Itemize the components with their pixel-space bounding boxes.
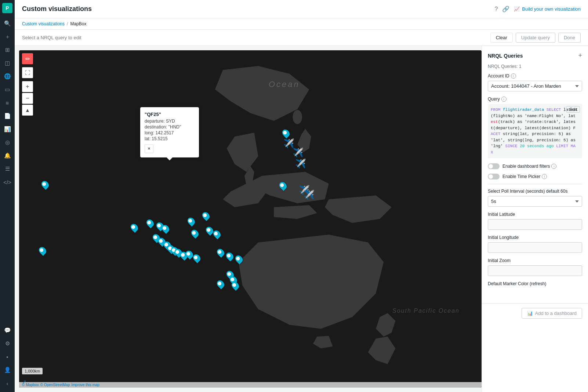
map-svg (19, 50, 482, 388)
map-expand-icon[interactable]: ↗ (22, 379, 26, 385)
query-actions: Clear Update query Done (490, 33, 581, 43)
content-area: Ocean South Pacific Ocean (15, 46, 588, 392)
plane-icon[interactable]: ✈️ (283, 138, 294, 149)
map-attribution: © Mapbox © OpenStreetMap Improve this ma… (19, 382, 482, 388)
map-zoom-out-button[interactable]: − (22, 93, 33, 104)
time-picker-info-icon[interactable]: i (542, 174, 547, 179)
plane-icon[interactable]: ✈️ (295, 159, 306, 169)
map-pin[interactable] (232, 282, 239, 290)
popup-longitude: long: 142.2517 (145, 130, 195, 135)
breadcrumb: Custom visualizations / MapBox (15, 18, 588, 30)
sidebar-item-chat[interactable]: 💬 (1, 324, 13, 336)
update-query-button[interactable]: Update query (516, 33, 555, 43)
plane-icon[interactable]: ✈️ (304, 190, 315, 200)
sidebar-item-bell[interactable]: 🔔 (1, 150, 13, 161)
map-fullscreen-button[interactable]: ⛶ (22, 67, 33, 78)
initial-zoom-label: Initial Zoom (488, 258, 582, 263)
sidebar-item-collapse[interactable]: ‹ (1, 377, 13, 389)
map-pin[interactable] (280, 182, 286, 190)
dashboard-icon: 📊 (527, 311, 533, 316)
map-pin[interactable] (236, 255, 242, 263)
done-button[interactable]: Done (558, 33, 581, 43)
sidebar-item-layers[interactable]: ◫ (1, 57, 13, 69)
page-title: Custom visualizations (22, 5, 92, 13)
breadcrumb-parent-link[interactable]: Custom visualizations (22, 21, 65, 26)
osm-link[interactable]: © OpenStreetMap (40, 383, 70, 387)
account-id-label: Account ID i (488, 73, 582, 79)
poll-interval-label: Select Poll Interval (seconds) default 6… (488, 189, 582, 194)
nrql-queries-section: NRQL Queries + (488, 52, 582, 59)
poll-interval-select[interactable]: 5s10s30s60s120s (488, 196, 582, 207)
sidebar-item-grid[interactable]: ⊞ (1, 44, 13, 56)
enable-dashboard-filters-toggle[interactable] (488, 163, 500, 169)
query-input[interactable] (22, 35, 490, 40)
popup-close-button[interactable]: × (145, 144, 153, 153)
breadcrumb-separator: / (67, 21, 68, 26)
enable-dashboard-filters-label: Enable dashboard filters i (502, 164, 556, 169)
build-viz-button[interactable]: 📈 Build your own visualization (514, 6, 581, 12)
improve-map-link[interactable]: Improve this map (71, 383, 99, 387)
query-info-icon[interactable]: i (501, 97, 507, 102)
sidebar-item-settings[interactable]: ⚙ (1, 338, 13, 349)
initial-latitude-input[interactable] (488, 219, 582, 230)
panel-divider-1 (488, 184, 582, 184)
default-marker-label: Default Marker Color (refresh) (488, 281, 582, 286)
sidebar: P 🔍 ＋ ⊞ ◫ 🌐 ▭ ≡ 📄 📊 ◎ 🔔 ☰ </> 💬 ⚙ • 👤 ‹ (0, 0, 15, 392)
account-id-info-icon[interactable]: i (511, 73, 516, 79)
map-edit-button[interactable]: ✏ (22, 53, 33, 64)
sidebar-item-code[interactable]: </> (1, 176, 13, 188)
enable-time-picker-toggle[interactable] (488, 174, 500, 179)
initial-zoom-input[interactable] (488, 265, 582, 276)
map-pin[interactable] (217, 248, 224, 257)
sidebar-item-document[interactable]: 📄 (1, 110, 13, 122)
account-select[interactable]: Account: 1044047 - Aron Marden (488, 81, 582, 91)
map-pin[interactable] (131, 224, 138, 232)
map-pin[interactable] (217, 280, 224, 288)
enable-dashboard-filters-row: Enable dashboard filters i (488, 163, 582, 169)
query-display: FROM flightiradar_data SELECT latest (fl… (488, 104, 582, 158)
sidebar-item-list[interactable]: ☰ (1, 163, 13, 175)
add-nrql-query-button[interactable]: + (578, 52, 582, 59)
map-zoom-in-button[interactable]: + (22, 81, 33, 92)
add-to-dashboard-button[interactable]: 📊 Add to a dashboard (522, 308, 582, 319)
map-pin[interactable] (42, 181, 48, 189)
query-edit-button[interactable]: Edit (566, 106, 580, 113)
map-pin[interactable] (186, 250, 193, 258)
map-compass-button[interactable]: ▲ (22, 105, 33, 116)
map-pin[interactable] (283, 129, 289, 137)
map-scale: 1,000km (22, 368, 43, 374)
initial-longitude-input[interactable] (488, 242, 582, 253)
map-controls: ✏ ⛶ + − ▲ (22, 53, 33, 116)
map-pin[interactable] (162, 225, 169, 233)
map-pin[interactable] (206, 226, 213, 235)
map-pin[interactable] (39, 247, 46, 255)
map-pin[interactable] (193, 254, 200, 262)
app-logo[interactable]: P (2, 3, 12, 13)
map-pin[interactable] (226, 252, 233, 260)
sidebar-item-dot[interactable]: • (1, 351, 13, 363)
sidebar-item-search[interactable]: 🔍 (1, 18, 13, 29)
map-pin[interactable] (192, 229, 198, 237)
link-icon: 🔗 (502, 6, 509, 12)
sidebar-item-globe[interactable]: 🌐 (1, 70, 13, 82)
chart-line-icon: 📈 (514, 6, 520, 12)
plane-icon[interactable]: ✈️ (293, 148, 304, 158)
map-pin[interactable] (214, 230, 220, 238)
sidebar-item-chart[interactable]: 📊 (1, 123, 13, 135)
sidebar-item-add[interactable]: ＋ (1, 31, 13, 43)
clear-button[interactable]: Clear (490, 33, 513, 43)
initial-latitude-label: Initial Latitude (488, 212, 582, 217)
help-button[interactable]: ? (494, 6, 498, 12)
link-button[interactable]: 🔗 (502, 6, 509, 12)
popup-latitude: lat: 15.5215 (145, 136, 195, 141)
map-pin[interactable] (203, 212, 209, 220)
sidebar-item-user[interactable]: 👤 (1, 364, 13, 376)
sidebar-item-circle[interactable]: ◎ (1, 137, 13, 148)
map-pin[interactable] (188, 217, 195, 225)
query-bar: Clear Update query Done (15, 30, 588, 46)
sidebar-item-stack[interactable]: ≡ (1, 97, 13, 109)
dashboard-filters-info-icon[interactable]: i (551, 164, 556, 169)
sidebar-item-monitor[interactable]: ▭ (1, 84, 13, 95)
map-pin[interactable] (147, 219, 153, 227)
main-content: Custom visualizations ? 🔗 📈 Build your o… (15, 0, 588, 392)
